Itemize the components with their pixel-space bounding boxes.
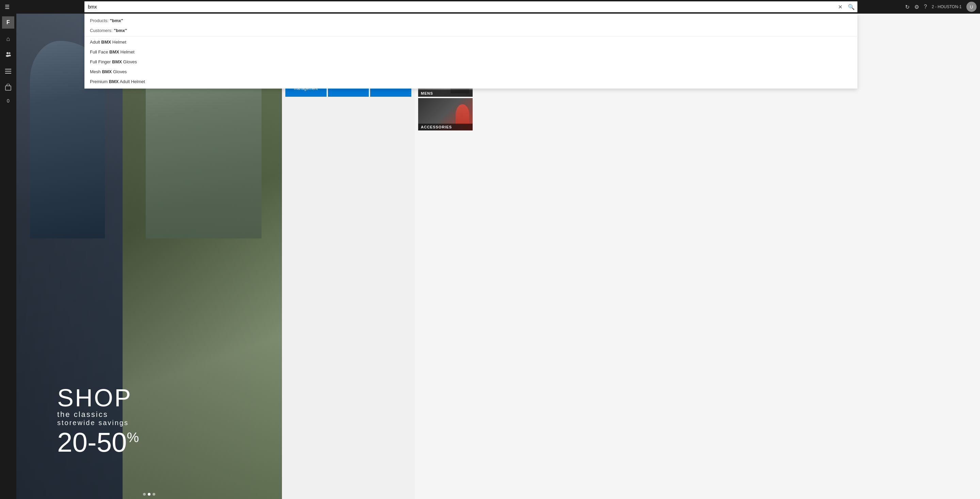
bag-icon bbox=[5, 84, 11, 92]
menu-lines-icon bbox=[5, 68, 11, 75]
list-item[interactable]: Full Face BMX Helmet bbox=[84, 47, 490, 57]
sidebar-item-bag[interactable] bbox=[1, 80, 16, 96]
product-card-accessories[interactable]: ACCESSORIES bbox=[418, 98, 473, 131]
suggestion-keyword: "bmx" bbox=[110, 18, 123, 23]
svg-point-0 bbox=[6, 52, 8, 54]
svg-rect-7 bbox=[5, 86, 11, 90]
accessories-label: ACCESSORIES bbox=[418, 124, 473, 131]
suggestion-keyword: "bmx" bbox=[114, 28, 127, 33]
people-icon bbox=[5, 51, 11, 60]
topbar: ☰ bmx ✕ 🔍 ↻ ⚙ ? 2 - HOUSTON-1 U bbox=[0, 0, 490, 14]
search-suggestion-products[interactable]: Products: "bmx" bbox=[84, 16, 490, 26]
list-item[interactable]: Adult BMX Helmet bbox=[84, 37, 490, 47]
svg-point-2 bbox=[9, 52, 11, 54]
f-label: F bbox=[6, 19, 10, 26]
list-item[interactable]: Premium BMX Adult Helmet bbox=[84, 77, 490, 86]
list-item[interactable]: Full Finger BMX Gloves bbox=[84, 57, 490, 67]
sidebar-item-menu[interactable] bbox=[1, 64, 16, 79]
sidebar-item-home[interactable]: ⌂ bbox=[1, 31, 16, 46]
search-wrapper: bmx ✕ 🔍 bbox=[84, 2, 490, 12]
search-dropdown: Products: "bmx" Customers: "bmx" Adult B… bbox=[84, 14, 490, 89]
sidebar: F ⌂ 0 bbox=[0, 14, 16, 249]
home-icon: ⌂ bbox=[6, 35, 10, 43]
svg-rect-4 bbox=[5, 69, 11, 70]
svg-rect-6 bbox=[5, 73, 11, 73]
suggestion-category: Customers: bbox=[90, 28, 114, 33]
zero-label: 0 bbox=[7, 98, 10, 104]
mens-label: MENS bbox=[418, 90, 473, 97]
svg-point-3 bbox=[8, 54, 11, 56]
sidebar-zero: 0 bbox=[7, 98, 10, 104]
list-item[interactable]: Mesh BMX Gloves bbox=[84, 67, 490, 77]
sidebar-item-people[interactable] bbox=[1, 48, 16, 63]
sidebar-f-box[interactable]: F bbox=[2, 16, 14, 29]
search-suggestion-customers[interactable]: Customers: "bmx" bbox=[84, 26, 490, 35]
search-input[interactable]: bmx bbox=[84, 2, 490, 12]
suggestion-category: Products: bbox=[90, 18, 110, 23]
menu-icon[interactable]: ☰ bbox=[0, 4, 14, 10]
svg-rect-5 bbox=[5, 71, 11, 72]
